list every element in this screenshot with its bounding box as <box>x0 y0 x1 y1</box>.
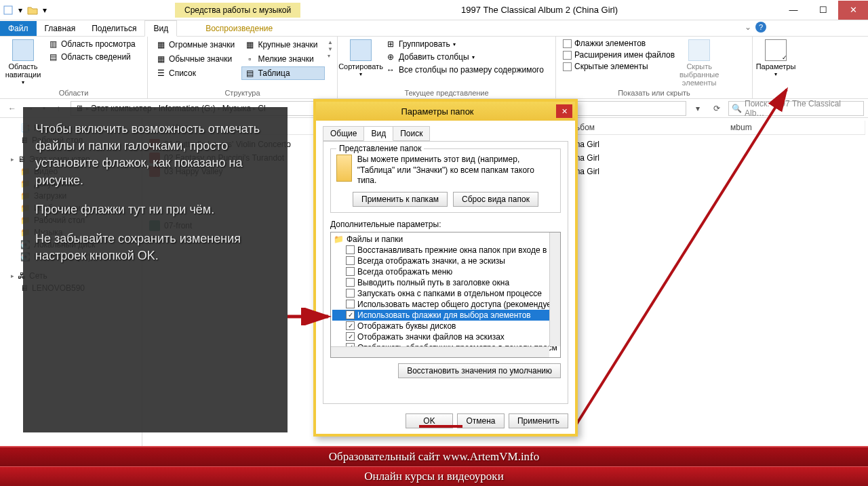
preview-pane-button[interactable]: ▥Область просмотра <box>45 38 138 50</box>
tab-home[interactable]: Главная <box>37 21 84 36</box>
checkbox-icon <box>563 51 572 60</box>
advanced-settings-list[interactable]: 📁Файлы и папки Восстанавливать прежние о… <box>330 232 561 358</box>
checkbox-icon <box>346 267 355 276</box>
qat-dropdown2-icon[interactable]: ▾ <box>39 5 50 16</box>
chk-hidden[interactable]: Скрытые элементы <box>560 61 677 72</box>
layout-medium[interactable]: ▦Обычные значки <box>152 52 239 66</box>
adv-hscroll[interactable] <box>331 346 549 357</box>
banner-courses: Онлайн курсы и видеоуроки <box>0 466 868 486</box>
advanced-label: Дополнительные параметры: <box>330 220 561 229</box>
tab-file[interactable]: Файл <box>0 21 37 36</box>
layout-down-icon[interactable]: ▼ <box>328 46 333 52</box>
path-dropdown-icon[interactable]: ▾ <box>690 101 705 116</box>
search-icon: 🔍 <box>732 104 742 113</box>
close-button[interactable]: ✕ <box>838 1 868 20</box>
folder-icon: 📁 <box>334 235 344 244</box>
dlg-tab-general[interactable]: Общие <box>323 126 364 141</box>
preview-pane-icon: ▥ <box>47 39 58 49</box>
tab-view[interactable]: Вид <box>144 20 177 37</box>
restore-defaults-button[interactable]: Восстановить значения по умолчанию <box>398 363 561 378</box>
group-layout-label: Структура <box>152 88 333 98</box>
adv-option[interactable]: ✓Использовать флажки для выбора элементо… <box>332 310 559 321</box>
props-icon[interactable] <box>3 5 14 16</box>
qat-dropdown-icon[interactable]: ▾ <box>15 5 26 16</box>
ribbon: Область навигации▾ ▥Область просмотра ▤О… <box>0 37 868 99</box>
layout-more-icon[interactable]: ▾ <box>328 53 333 59</box>
apply-button[interactable]: Применить <box>509 413 568 428</box>
adv-option[interactable]: Использовать мастер общего доступа (реко… <box>332 299 559 310</box>
adv-option[interactable]: Восстанавливать прежние окна папок при в… <box>332 245 559 256</box>
refresh-button[interactable]: ⟳ <box>709 101 724 116</box>
new-folder-icon[interactable] <box>27 5 38 16</box>
nav-pane-button[interactable]: Область навигации▾ <box>4 38 42 87</box>
options-icon: ✓ <box>765 39 787 61</box>
checkbox-icon: ✓ <box>346 310 355 319</box>
md-icons-icon: ▦ <box>155 54 166 64</box>
quick-access-toolbar: ▾ ▾ <box>0 3 53 17</box>
layout-table[interactable]: ▤Таблица <box>241 66 326 80</box>
checkbox-icon: ✓ <box>346 321 355 330</box>
ribbon-collapse-icon[interactable]: ⌄ <box>745 22 751 32</box>
details-pane-button[interactable]: ▤Область сведений <box>45 51 138 63</box>
adv-option[interactable]: Выводить полный путь в заголовке окна <box>332 277 559 288</box>
add-cols-icon: ⊕ <box>385 52 396 62</box>
checkbox-icon: ✓ <box>346 332 355 341</box>
chk-extensions[interactable]: Расширения имен файлов <box>560 49 677 60</box>
dialog-titlebar: Параметры папок ✕ <box>316 102 575 121</box>
back-button[interactable]: ← <box>4 100 20 117</box>
adv-option[interactable]: Всегда отображать меню <box>332 266 559 277</box>
svg-rect-0 <box>4 6 12 14</box>
apply-to-folders-button[interactable]: Применить к папкам <box>353 192 448 207</box>
checkbox-icon <box>346 300 355 308</box>
dlg-tab-search[interactable]: Поиск <box>393 126 430 141</box>
expand-icon: ▸ <box>11 156 14 163</box>
group-show-label: Показать или скрыть <box>560 88 748 98</box>
adv-vscroll[interactable] <box>549 232 560 346</box>
tab-share[interactable]: Поделиться <box>83 21 144 36</box>
adv-option[interactable]: ✓Отображать значки файлов на эскизах <box>332 331 559 342</box>
folder-options-dialog: Параметры папок ✕ Общие Вид Поиск Предст… <box>313 99 578 437</box>
fit-columns-button[interactable]: ↔Все столбцы по размеру содержимого <box>382 64 547 76</box>
adv-option[interactable]: Всегда отображать значки, а не эскизы <box>332 256 559 266</box>
title-bar: ▾ ▾ Средства работы с музыкой 1997 The C… <box>0 0 868 20</box>
folder-view-legend: Представление папок <box>336 144 424 153</box>
table-icon: ▤ <box>245 68 256 79</box>
minimize-button[interactable]: — <box>778 1 808 20</box>
adv-option[interactable]: ✓Отображать буквы дисков <box>332 321 559 331</box>
footer-banners: Образовательный сайт www.ArtemVM.info Он… <box>0 446 868 486</box>
chk-item-flags[interactable]: Флажки элементов <box>560 38 677 49</box>
layout-small[interactable]: ▫Мелкие значки <box>241 52 326 66</box>
folder-view-icon <box>336 155 352 182</box>
folder-view-desc: Вы можете применить этот вид (например, … <box>357 155 555 186</box>
xl-icons-icon: ▦ <box>155 39 166 50</box>
layout-xlarge[interactable]: ▦Огромные значки <box>152 38 239 52</box>
sm-icons-icon: ▫ <box>245 54 256 64</box>
banner-site: Образовательный сайт www.ArtemVM.info <box>0 446 868 466</box>
lg-icons-icon: ▦ <box>245 39 256 50</box>
context-tab-music: Средства работы с музыкой <box>175 3 300 18</box>
layout-large[interactable]: ▦Крупные значки <box>241 38 326 52</box>
help-icon[interactable]: ? <box>755 22 766 33</box>
sort-icon <box>350 39 372 61</box>
group-button[interactable]: ⊞Группировать ▾ <box>382 38 547 50</box>
checkbox-icon <box>346 289 355 298</box>
tab-play[interactable]: Воспроизведение <box>197 21 281 36</box>
fit-cols-icon: ↔ <box>385 64 396 75</box>
col-album[interactable]: Альбоммbum <box>560 121 865 134</box>
checkbox-icon <box>346 278 355 287</box>
layout-up-icon[interactable]: ▲ <box>328 39 333 45</box>
options-button[interactable]: ✓Параметры▾ <box>757 38 795 79</box>
dialog-actions: OK Отмена Применить <box>316 409 575 434</box>
dlg-tab-view[interactable]: Вид <box>363 126 393 141</box>
add-columns-button[interactable]: ⊕Добавить столбцы ▾ <box>382 51 547 63</box>
overlay-p1: Чтобы включить возможность отмечать файл… <box>35 121 275 189</box>
maximize-button[interactable]: ☐ <box>808 1 838 20</box>
checkbox-icon <box>346 256 355 265</box>
dialog-close-button[interactable]: ✕ <box>556 104 572 118</box>
cancel-button[interactable]: Отмена <box>457 413 505 428</box>
adv-option[interactable]: Запускать окна с папками в отдельном про… <box>332 288 559 299</box>
reset-folders-button[interactable]: Сброс вида папок <box>453 192 538 207</box>
layout-list[interactable]: ☰Список <box>152 66 239 80</box>
sort-button[interactable]: Сортировать▾ <box>342 38 380 79</box>
search-input[interactable]: 🔍Поиск: 1997 The Classical Alb… <box>728 101 864 116</box>
